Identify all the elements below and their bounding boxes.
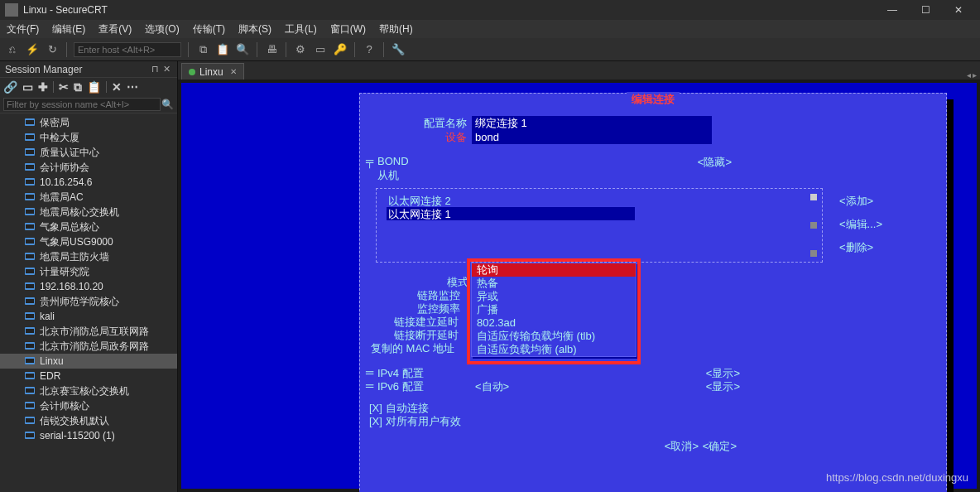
- session-item[interactable]: 会计师协会: [0, 160, 177, 175]
- session-item[interactable]: kali: [0, 309, 177, 324]
- hide-button[interactable]: <隐藏>: [698, 155, 732, 170]
- session-item[interactable]: 地震局主防火墙: [0, 249, 177, 264]
- reconnect-icon[interactable]: ↻: [45, 42, 60, 57]
- show-ipv6-button[interactable]: <显示>: [706, 379, 740, 394]
- session-item[interactable]: 地震局核心交换机: [0, 205, 177, 219]
- connect-icon[interactable]: ⎌: [5, 42, 20, 57]
- print-icon[interactable]: 🖶: [264, 42, 279, 57]
- copy2-icon[interactable]: ⧉: [74, 80, 82, 94]
- link-icon[interactable]: 🔗: [3, 80, 17, 94]
- copy-icon[interactable]: ⧉: [195, 42, 210, 57]
- config-name-input[interactable]: 绑定连接 1: [472, 116, 712, 131]
- tools-icon[interactable]: 🔧: [391, 42, 406, 57]
- slave-item-1[interactable]: 以太网连接 1: [387, 207, 635, 220]
- folder-icon[interactable]: ▭: [22, 80, 33, 94]
- session-item[interactable]: EDR: [0, 369, 177, 383]
- session-label: 气象局USG9000: [40, 235, 113, 249]
- mode-opt-1[interactable]: 热备: [472, 277, 636, 290]
- bond-section-label: BOND: [377, 155, 409, 167]
- tab-next-icon[interactable]: ▸: [973, 70, 977, 80]
- terminal[interactable]: 编辑连接 配置名称 绑定连接 1 设备 bond ╤ BOND 从机 <隐藏> …: [181, 83, 977, 489]
- settings-icon[interactable]: ⚙: [293, 42, 308, 57]
- app-icon: [5, 3, 18, 17]
- mode-opt-6[interactable]: 自适应负载均衡 (alb): [472, 343, 636, 356]
- props-icon[interactable]: ⋯: [127, 80, 138, 94]
- session-item[interactable]: 计量研究院: [0, 264, 177, 279]
- paste2-icon[interactable]: 📋: [87, 80, 101, 94]
- mode-opt-3[interactable]: 广播: [472, 303, 636, 316]
- session-item[interactable]: 北京市消防总局互联网路: [0, 324, 177, 339]
- session-label: 10.16.254.6: [40, 176, 92, 188]
- scroll-top-icon[interactable]: [810, 194, 817, 200]
- device-input[interactable]: bond: [472, 131, 712, 144]
- mode-opt-2[interactable]: 异或: [472, 290, 636, 303]
- menu-transfer[interactable]: 传输(T): [193, 22, 225, 36]
- menu-window[interactable]: 窗口(W): [330, 22, 366, 36]
- session-item[interactable]: 地震局AC: [0, 190, 177, 205]
- session-item[interactable]: 保密局: [0, 115, 177, 130]
- ipv6-value[interactable]: <自动>: [475, 379, 509, 394]
- session-item[interactable]: 10.16.254.6: [0, 175, 177, 190]
- ipv6-label: IPv6 配置: [377, 379, 424, 394]
- menu-help[interactable]: 帮助(H): [379, 22, 413, 36]
- session-item[interactable]: 会计师核心: [0, 398, 177, 413]
- cut-icon[interactable]: ✂: [59, 80, 69, 94]
- tab-linxu[interactable]: Linxu ✕: [181, 63, 244, 80]
- nmtui-dialog: 编辑连接 配置名称 绑定连接 1 设备 bond ╤ BOND 从机 <隐藏> …: [359, 93, 947, 492]
- session-item[interactable]: 信锐交换机默认: [0, 413, 177, 428]
- session-tree[interactable]: 保密局中检大厦质量认证中心会计师协会10.16.254.6地震局AC地震局核心交…: [0, 113, 177, 492]
- mode-dropdown[interactable]: 轮询 热备 异或 广播 802.3ad 自适应传输负载均衡 (tlb) 自适应负…: [471, 263, 637, 357]
- minimize-button[interactable]: —: [876, 0, 909, 20]
- session-filter-input[interactable]: [3, 98, 161, 111]
- session-icon: [25, 192, 36, 202]
- slaves-listbox[interactable]: 以太网连接 2 以太网连接 1: [376, 188, 823, 263]
- maximize-button[interactable]: ☐: [909, 0, 942, 20]
- session-item[interactable]: Linxu: [0, 354, 177, 369]
- menu-edit[interactable]: 编辑(E): [52, 22, 85, 36]
- slave-item-0[interactable]: 以太网连接 2: [387, 194, 635, 207]
- quick-connect-icon[interactable]: ⚡: [25, 42, 40, 57]
- cancel-button[interactable]: <取消>: [665, 439, 699, 454]
- ok-button[interactable]: <确定>: [703, 439, 737, 454]
- pin-icon[interactable]: ⊓: [149, 64, 161, 75]
- session-item[interactable]: 气象局总核心: [0, 219, 177, 234]
- session-item[interactable]: 北京赛宝核心交换机: [0, 383, 177, 398]
- session-label: 计量研究院: [40, 265, 89, 279]
- mode-opt-0[interactable]: 轮询: [472, 263, 636, 277]
- mode-opt-4[interactable]: 802.3ad: [472, 316, 636, 330]
- scroll-mid-icon[interactable]: [810, 222, 817, 229]
- session-label: EDR: [40, 370, 60, 382]
- session-item[interactable]: 中检大厦: [0, 130, 177, 145]
- panel-close-icon[interactable]: ✕: [161, 64, 172, 75]
- allusers-checkbox[interactable]: [X] 对所有用户有效: [369, 414, 461, 429]
- find-icon[interactable]: 🔍: [235, 42, 250, 57]
- delete-button[interactable]: <删除>: [839, 240, 873, 255]
- session-item[interactable]: 气象局USG9000: [0, 234, 177, 249]
- separator: [66, 42, 67, 57]
- menu-options[interactable]: 选项(O): [145, 22, 179, 36]
- add-button[interactable]: <添加>: [839, 194, 873, 209]
- menu-file[interactable]: 文件(F): [7, 22, 39, 36]
- session-item[interactable]: 质量认证中心: [0, 145, 177, 160]
- close-button[interactable]: ✕: [942, 0, 975, 20]
- menu-tools[interactable]: 工具(L): [285, 22, 317, 36]
- mode-opt-5[interactable]: 自适应传输负载均衡 (tlb): [472, 330, 636, 343]
- tab-close-icon[interactable]: ✕: [230, 67, 237, 76]
- help-icon[interactable]: ?: [362, 42, 377, 57]
- tab-prev-icon[interactable]: ◂: [967, 70, 971, 80]
- session-icon[interactable]: ▭: [313, 42, 328, 57]
- delete-icon[interactable]: ✕: [112, 80, 122, 94]
- menu-view[interactable]: 查看(V): [98, 22, 132, 36]
- key-icon[interactable]: 🔑: [333, 42, 348, 57]
- paste-icon[interactable]: 📋: [215, 42, 230, 57]
- session-item[interactable]: 192.168.10.20: [0, 279, 177, 294]
- add-icon[interactable]: ✚: [38, 80, 48, 94]
- scroll-bot-icon[interactable]: [810, 250, 817, 257]
- edit-button[interactable]: <编辑...>: [839, 217, 882, 232]
- menu-script[interactable]: 脚本(S): [238, 22, 271, 36]
- search-icon[interactable]: 🔍: [161, 99, 174, 110]
- session-item[interactable]: 贵州师范学院核心: [0, 294, 177, 309]
- session-item[interactable]: serial-115200 (1): [0, 428, 177, 443]
- host-input[interactable]: [74, 42, 181, 57]
- session-item[interactable]: 北京市消防总局政务网路: [0, 339, 177, 354]
